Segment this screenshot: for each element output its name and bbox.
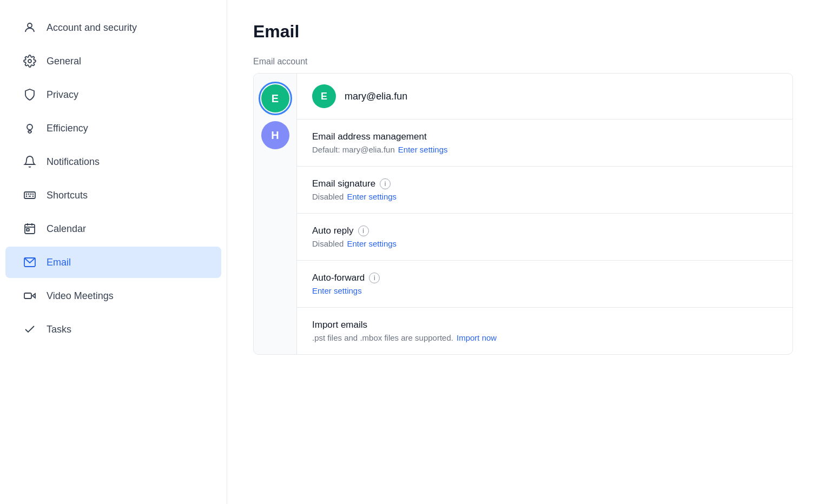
account-avatar-letter: E — [321, 91, 327, 102]
gear-icon — [23, 54, 37, 68]
row-title-auto-reply: Auto reply i — [312, 226, 777, 236]
tasks-icon — [23, 322, 37, 336]
sidebar-item-privacy[interactable]: Privacy — [5, 79, 221, 110]
sidebar-label-calendar: Calendar — [47, 223, 86, 235]
row-email-signature: Email signature i Disabled Enter setting… — [297, 167, 792, 214]
link-auto-forward-settings[interactable]: Enter settings — [312, 286, 362, 295]
row-sub-auto-forward: Enter settings — [312, 286, 777, 295]
row-auto-forward: Auto-forward i Enter settings — [297, 261, 792, 308]
sidebar-item-video-meetings[interactable]: Video Meetings — [5, 280, 221, 311]
svg-point-1 — [28, 59, 31, 63]
avatar-letter-h: H — [271, 129, 279, 142]
sidebar-item-notifications[interactable]: Notifications — [5, 146, 221, 177]
email-account-panel: E H E mary@elia.fun Email address manage… — [253, 73, 793, 355]
calendar-icon — [23, 222, 37, 236]
account-header-avatar: E — [312, 84, 336, 108]
bulb-icon — [23, 121, 37, 135]
person-icon — [23, 21, 37, 35]
row-title-email-address-management: Email address management — [312, 131, 777, 142]
svg-rect-22 — [27, 229, 29, 231]
sidebar-label-shortcuts: Shortcuts — [47, 190, 88, 201]
row-sub-email-signature: Disabled Enter settings — [312, 192, 777, 201]
video-icon — [23, 289, 37, 303]
info-icon-auto-reply[interactable]: i — [358, 226, 369, 236]
link-email-address-settings[interactable]: Enter settings — [398, 145, 448, 154]
link-auto-reply-settings[interactable]: Enter settings — [347, 239, 397, 248]
sidebar-item-general[interactable]: General — [5, 45, 221, 77]
link-email-signature-settings[interactable]: Enter settings — [347, 192, 397, 201]
row-sub-auto-reply: Disabled Enter settings — [312, 239, 777, 248]
section-label: Email account — [253, 57, 793, 67]
sidebar-label-email: Email — [47, 257, 71, 268]
info-icon-auto-forward[interactable]: i — [369, 273, 380, 283]
email-icon — [23, 255, 37, 269]
sidebar-label-privacy: Privacy — [47, 89, 78, 101]
row-sub-text-1: Disabled — [312, 192, 344, 201]
svg-point-15 — [33, 194, 34, 195]
sidebar-item-shortcuts[interactable]: Shortcuts — [5, 180, 221, 211]
svg-point-17 — [33, 196, 34, 197]
settings-column: E mary@elia.fun Email address management… — [297, 74, 792, 354]
main-content: Email Email account E H E mary@elia.fun — [227, 0, 819, 504]
sidebar-label-notifications: Notifications — [47, 156, 100, 168]
sidebar-label-account-security: Account and security — [47, 22, 137, 34]
sidebar-item-account-security[interactable]: Account and security — [5, 12, 221, 43]
page-title: Email — [253, 22, 793, 42]
sidebar-item-tasks[interactable]: Tasks — [5, 314, 221, 345]
avatar-h[interactable]: H — [261, 121, 289, 149]
sidebar-label-efficiency: Efficiency — [47, 123, 88, 134]
row-import-emails: Import emails .pst files and .mbox files… — [297, 308, 792, 354]
sidebar-label-tasks: Tasks — [47, 324, 71, 335]
svg-point-2 — [27, 124, 32, 130]
shield-icon — [23, 88, 37, 102]
sidebar-item-efficiency[interactable]: Efficiency — [5, 112, 221, 144]
svg-point-14 — [31, 194, 31, 195]
sidebar-label-video-meetings: Video Meetings — [47, 290, 114, 302]
svg-point-12 — [27, 194, 27, 195]
row-sub-text-2: Disabled — [312, 239, 344, 248]
svg-point-0 — [28, 23, 32, 28]
sidebar: Account and security General Privacy — [0, 0, 227, 504]
row-sub-email-address-management: Default: mary@elia.fun Enter settings — [312, 145, 777, 154]
svg-rect-4 — [24, 192, 35, 198]
row-title-import-emails: Import emails — [312, 320, 777, 330]
bell-icon — [23, 155, 37, 169]
sidebar-item-email[interactable]: Email — [5, 247, 221, 278]
sidebar-label-general: General — [47, 56, 81, 67]
account-header: E mary@elia.fun — [297, 74, 792, 120]
row-sub-text-4: .pst files and .mbox files are supported… — [312, 333, 453, 342]
svg-rect-24 — [24, 293, 31, 299]
row-title-email-signature: Email signature i — [312, 178, 777, 189]
keyboard-icon — [23, 188, 37, 202]
link-import-now[interactable]: Import now — [457, 333, 497, 342]
svg-point-16 — [27, 196, 27, 197]
row-email-address-management: Email address management Default: mary@e… — [297, 120, 792, 167]
row-sub-text-0: Default: mary@elia.fun — [312, 145, 395, 154]
row-sub-import-emails: .pst files and .mbox files are supported… — [312, 333, 777, 342]
svg-point-13 — [29, 194, 29, 195]
avatar-e-selected[interactable]: E — [261, 84, 289, 112]
row-title-auto-forward: Auto-forward i — [312, 273, 777, 283]
info-icon-email-signature[interactable]: i — [380, 178, 391, 189]
row-auto-reply: Auto reply i Disabled Enter settings — [297, 214, 792, 261]
avatar-letter-e: E — [272, 92, 279, 105]
sidebar-item-calendar[interactable]: Calendar — [5, 213, 221, 244]
avatars-column: E H — [254, 74, 297, 354]
account-email: mary@elia.fun — [345, 91, 407, 102]
